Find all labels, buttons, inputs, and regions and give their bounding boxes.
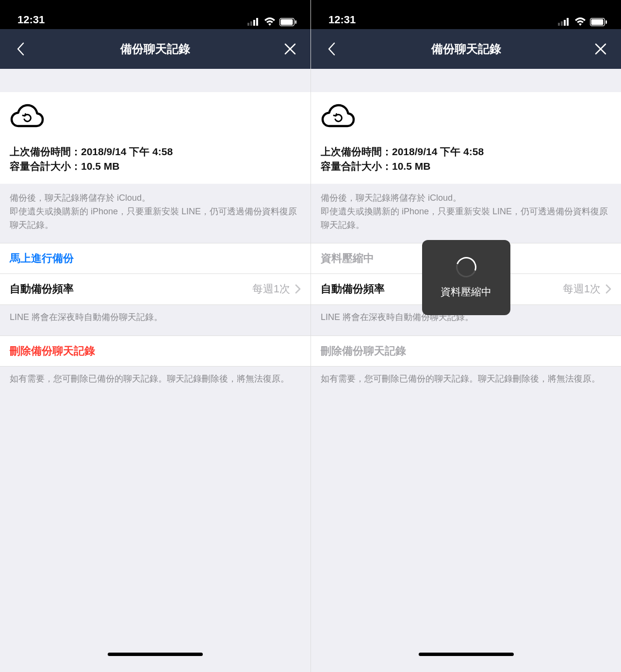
- svg-rect-8: [561, 21, 563, 26]
- battery-icon: [590, 18, 607, 26]
- svg-rect-7: [558, 23, 560, 26]
- info-panel: 上次備份時間：2018/9/14 下午 4:58 容量合計大小：10.5 MB: [0, 92, 310, 184]
- delete-backup-button[interactable]: 刪除備份聊天記錄: [0, 336, 310, 367]
- delete-note: 如有需要，您可刪除已備份的聊天記錄。聊天記錄刪除後，將無法復原。: [0, 367, 310, 398]
- statusbar: 12:31: [0, 0, 310, 29]
- auto-frequency-value: 每週1次: [252, 282, 290, 296]
- cloud-sync-icon: [10, 104, 301, 130]
- clock-text: 12:31: [328, 14, 356, 26]
- delete-note: 如有需要，您可刪除已備份的聊天記錄。聊天記錄刪除後，將無法復原。: [311, 367, 621, 398]
- navbar: 備份聊天記錄: [0, 29, 310, 69]
- wifi-icon: [574, 17, 586, 26]
- svg-rect-12: [591, 19, 604, 25]
- svg-rect-5: [281, 19, 293, 25]
- total-size-line: 容量合計大小：10.5 MB: [321, 159, 611, 174]
- delete-backup-button-disabled: 刪除備份聊天記錄: [311, 336, 621, 367]
- toast-label: 資料壓縮中: [441, 285, 491, 299]
- close-button[interactable]: [280, 43, 300, 55]
- total-size-line: 容量合計大小：10.5 MB: [10, 159, 301, 174]
- phone-left: 12:31 備份聊天記錄 上次備份時間：2018/9/14 下午 4:58 容量…: [0, 0, 310, 672]
- page-title: 備份聊天記錄: [30, 41, 280, 57]
- home-indicator-area: [311, 643, 621, 672]
- statusbar: 12:31: [311, 0, 621, 29]
- auto-frequency-value: 每週1次: [563, 282, 601, 296]
- svg-rect-1: [250, 21, 252, 26]
- last-backup-line: 上次備份時間：2018/9/14 下午 4:58: [10, 144, 301, 159]
- phone-right: 12:31 備份聊天記錄 上次備份時間：2018/9/14 下午 4:58 容量…: [310, 0, 621, 672]
- home-indicator: [419, 653, 514, 656]
- auto-frequency-note: LINE 將會在深夜時自動備份聊天記錄。: [0, 305, 310, 336]
- chevron-right-icon: [605, 284, 611, 294]
- svg-rect-6: [295, 20, 297, 24]
- navbar: 備份聊天記錄: [311, 29, 621, 69]
- chevron-right-icon: [295, 284, 301, 294]
- battery-icon: [279, 18, 297, 26]
- close-button[interactable]: [591, 43, 610, 55]
- spinner-icon: [453, 254, 480, 281]
- last-backup-line: 上次備份時間：2018/9/14 下午 4:58: [321, 144, 611, 159]
- auto-frequency-row[interactable]: 自動備份頻率 每週1次: [0, 274, 310, 305]
- cellular-icon: [558, 18, 571, 26]
- page-title: 備份聊天記錄: [341, 41, 591, 57]
- svg-rect-10: [567, 18, 569, 26]
- progress-toast: 資料壓縮中: [422, 240, 510, 315]
- cellular-icon: [247, 18, 260, 26]
- home-indicator-area: [0, 643, 310, 672]
- info-note: 備份後，聊天記錄將儲存於 iCloud。 即使遺失或換購新的 iPhone，只要…: [311, 184, 621, 243]
- info-panel: 上次備份時間：2018/9/14 下午 4:58 容量合計大小：10.5 MB: [311, 92, 621, 184]
- back-button[interactable]: [322, 42, 341, 56]
- svg-rect-3: [256, 18, 258, 26]
- wifi-icon: [264, 17, 276, 26]
- clock-text: 12:31: [17, 14, 45, 26]
- svg-rect-0: [247, 23, 249, 26]
- svg-rect-9: [564, 20, 566, 26]
- backup-now-button[interactable]: 馬上進行備份: [0, 243, 310, 274]
- svg-rect-2: [253, 20, 255, 26]
- cloud-sync-icon: [321, 104, 611, 130]
- svg-rect-13: [606, 20, 607, 24]
- info-note: 備份後，聊天記錄將儲存於 iCloud。 即使遺失或換購新的 iPhone，只要…: [0, 184, 310, 243]
- home-indicator: [108, 653, 203, 656]
- back-button[interactable]: [11, 42, 30, 56]
